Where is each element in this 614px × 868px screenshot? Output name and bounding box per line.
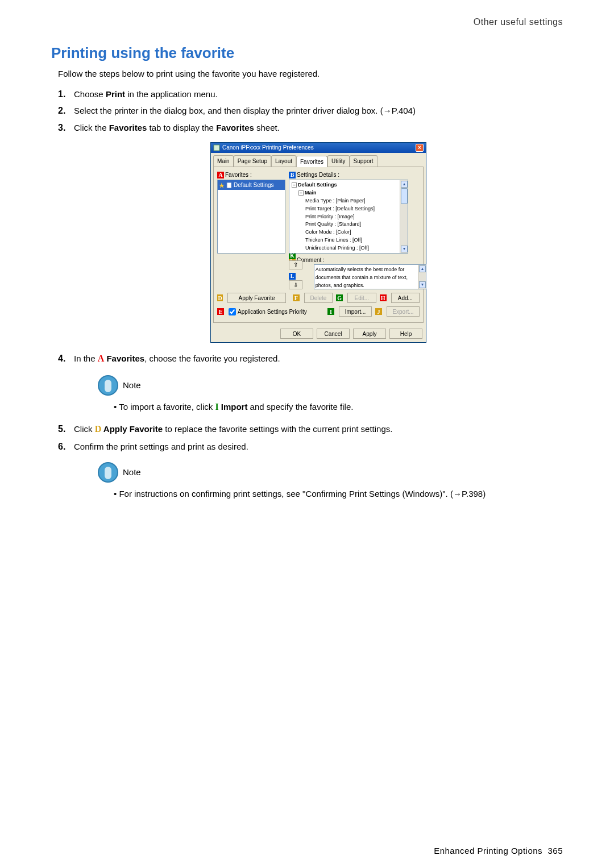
tab-favorites[interactable]: Favorites	[296, 156, 327, 168]
settings-tree[interactable]: −Default Settings −Main Media Type : [Pl…	[289, 180, 408, 254]
scrollbar[interactable]: ▴ ▾	[400, 180, 408, 253]
section-title: Printing using the favorite	[51, 44, 563, 62]
svg-rect-0	[214, 145, 219, 151]
note-label: Note	[123, 379, 141, 392]
collapse-icon[interactable]: −	[298, 190, 304, 196]
tree-leaf: Print Priority : [Image]	[305, 213, 406, 221]
page-header-right: Other useful settings	[51, 17, 563, 27]
app-icon	[213, 144, 220, 151]
svg-marker-1	[219, 182, 225, 188]
tree-main-label: Main	[305, 190, 317, 196]
step-3-d: Favorites	[216, 123, 254, 132]
dialog-title-text: Canon iPFxxxx Printing Preferences	[222, 143, 314, 152]
svg-rect-2	[227, 182, 231, 188]
callout-k: K	[289, 252, 296, 259]
callout-d: D	[217, 294, 223, 301]
tab-page-setup[interactable]: Page Setup	[234, 155, 271, 167]
favorites-label: AFavorites :	[217, 171, 285, 180]
tree-leaf: Print Quality : [Standard]	[305, 221, 406, 229]
add-button[interactable]: Add...	[391, 293, 420, 303]
delete-button[interactable]: Delete	[304, 293, 333, 303]
step-4-b: Favorites	[104, 354, 144, 363]
step-2: Select the printer in the dialog box, an…	[58, 104, 563, 117]
edit-button[interactable]: Edit...	[347, 293, 376, 303]
note-block-1: Note To import a favorite, click I Impor…	[97, 374, 563, 414]
close-button[interactable]: ×	[416, 144, 424, 152]
step-4-c: , choose the favorite you registered.	[144, 354, 280, 363]
callout-f: F	[293, 294, 300, 301]
move-up-button[interactable]: ⇧	[289, 260, 302, 269]
step-3-c: tab to display the	[147, 123, 216, 132]
note-1-pre: To import a favorite, click	[114, 402, 215, 412]
page-footer: Enhanced Printing Options 365	[434, 846, 563, 855]
help-button[interactable]: Help	[389, 329, 422, 339]
scrollbar[interactable]: ▴ ▾	[418, 265, 426, 289]
tab-utility[interactable]: Utility	[327, 155, 349, 167]
tree-leaf: Color Mode : [Color]	[305, 229, 406, 236]
comment-text: Automatically selects the best mode for …	[316, 267, 408, 288]
footer-page: 365	[547, 846, 563, 855]
callout-j: J	[375, 308, 382, 315]
step-3-a: Click the	[74, 123, 109, 132]
tree-root-label: Default Settings	[298, 182, 337, 188]
scroll-thumb[interactable]	[401, 188, 408, 204]
scroll-up-icon[interactable]: ▴	[401, 181, 408, 188]
step-1-bold: Print	[106, 89, 125, 99]
tab-support[interactable]: Support	[350, 155, 377, 167]
note-body-2: For instructions on confirming print set…	[114, 487, 563, 500]
doc-icon	[226, 182, 232, 188]
step-5: Click D Apply Favorite to replace the fa…	[58, 422, 563, 437]
apply-button[interactable]: Apply	[353, 329, 386, 339]
favorites-label-text: Favorites :	[225, 172, 252, 178]
scroll-down-icon[interactable]: ▾	[401, 246, 408, 252]
svg-rect-7	[105, 467, 111, 479]
tab-layout[interactable]: Layout	[271, 155, 296, 167]
note-1-post: and specify the favorite file.	[247, 402, 353, 412]
apply-favorite-button[interactable]: Apply Favorite	[227, 293, 285, 303]
callout-g: G	[336, 294, 343, 301]
settings-details-text: Settings Details :	[297, 172, 339, 178]
steps-list: Choose Print in the application menu. Se…	[58, 88, 563, 500]
dialog-title: Canon iPFxxxx Printing Preferences	[213, 143, 314, 152]
app-settings-priority[interactable]: Application Settings Priority	[229, 308, 307, 317]
cancel-button[interactable]: Cancel	[317, 329, 350, 339]
step-3: Click the Favorites tab to display the F…	[58, 121, 563, 343]
step-4: In the A Favorites, choose the favorite …	[58, 352, 563, 414]
step-5-b: Apply Favorite	[101, 424, 163, 434]
tab-main[interactable]: Main	[213, 155, 234, 167]
footer-left: Enhanced Printing Options	[434, 846, 542, 855]
tree-main: −Main	[298, 189, 406, 197]
callout-l: L	[289, 273, 296, 280]
step-1-post: in the application menu.	[125, 89, 218, 99]
note-label: Note	[123, 466, 141, 479]
step-6-text: Confirm the print settings and print as …	[74, 442, 248, 451]
note-icon	[97, 374, 119, 397]
note-block-2: Note For instructions on confirming prin…	[97, 461, 563, 500]
ok-button[interactable]: OK	[280, 329, 313, 339]
callout-l-row: L⇩	[289, 272, 309, 290]
favorites-item-default[interactable]: Default Settings	[218, 180, 285, 190]
tree-leaf: Thicken Fine Lines : [Off]	[305, 236, 406, 244]
dialog-tabsheet: AFavorites : Default Settings	[213, 167, 424, 323]
note-1-bold: Import	[219, 402, 248, 412]
collapse-icon[interactable]: −	[292, 182, 297, 188]
favorites-list[interactable]: Default Settings	[217, 180, 285, 254]
dialog-titlebar[interactable]: Canon iPFxxxx Printing Preferences ×	[211, 143, 426, 153]
note-body-1: To import a favorite, click I Import and…	[114, 400, 563, 414]
scroll-up-icon[interactable]: ▴	[419, 265, 426, 272]
scroll-down-icon[interactable]: ▾	[419, 281, 426, 288]
export-button[interactable]: Export...	[387, 306, 420, 317]
callout-e: E	[217, 308, 224, 315]
step-5-a: Click	[74, 424, 95, 434]
callout-letter-d: D	[95, 424, 102, 434]
comment-label: CComment :	[289, 256, 426, 265]
tree-root: −Default Settings	[292, 181, 406, 189]
dialog-footer: OK Cancel Apply Help	[211, 325, 426, 342]
note-2-text: For instructions on confirming print set…	[114, 489, 486, 499]
step-6: Confirm the print settings and print as …	[58, 440, 563, 501]
tree-leaf: High-Precision Printing : [Off]	[305, 252, 406, 254]
app-settings-priority-checkbox[interactable]	[229, 308, 236, 315]
move-down-button[interactable]: ⇩	[289, 280, 302, 289]
import-button[interactable]: Import...	[339, 306, 372, 317]
callout-letter-a: A	[98, 354, 105, 363]
